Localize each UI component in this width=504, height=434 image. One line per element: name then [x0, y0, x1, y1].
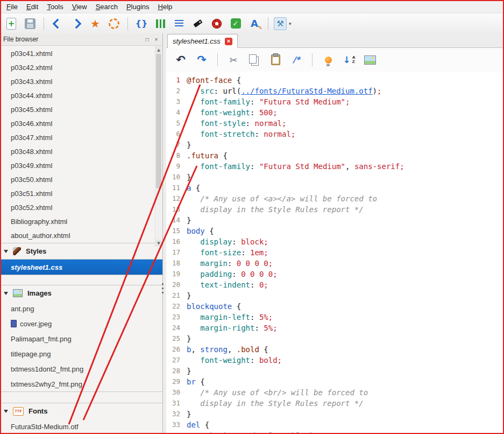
line-number: 19: [166, 269, 187, 279]
menu-plugins[interactable]: Plugins: [122, 1, 154, 12]
code-line: 28}: [166, 366, 504, 376]
file-item[interactable]: p03c50.xhtml: [0, 173, 162, 187]
line-number: 25: [166, 333, 187, 344]
epubcheck-button[interactable]: [209, 16, 225, 32]
code-line: 5 font-style: normal;: [166, 118, 504, 129]
file-item[interactable]: p03c42.xhtml: [0, 61, 162, 75]
insert-image-button[interactable]: [362, 52, 378, 68]
file-item[interactable]: ant.png: [0, 301, 162, 316]
menu-search[interactable]: Search: [91, 1, 122, 12]
forward-button[interactable]: [68, 16, 84, 32]
file-item[interactable]: p03c52.xhtml: [0, 201, 162, 215]
menu-view[interactable]: View: [68, 1, 91, 12]
spellcheck-a-icon: A: [251, 18, 258, 29]
code-line: 34 /*background-color: black;*/: [166, 430, 504, 434]
code-line: 27 font-weight: bold;: [166, 355, 504, 366]
code-text: body {: [187, 226, 214, 236]
file-item-label: Palimapart_fmt.png: [11, 335, 72, 343]
section-header-styles[interactable]: Styles: [0, 243, 162, 260]
clean-source-button[interactable]: [190, 16, 206, 32]
bookmark-button[interactable]: ★: [87, 16, 103, 32]
well-formed-check-button[interactable]: ✓: [228, 16, 244, 32]
mend-code-button[interactable]: {}: [133, 16, 150, 32]
code-text: font-family: "Futura Std Medium";: [187, 96, 350, 107]
code-line: 14}: [166, 215, 504, 226]
black-tag-icon: [193, 19, 202, 27]
menu-tools[interactable]: Tools: [42, 1, 67, 12]
file-item[interactable]: p03c48.xhtml: [0, 145, 162, 159]
float-panel-button[interactable]: □: [143, 36, 151, 44]
sort-letters: A Z: [352, 55, 356, 64]
file-item[interactable]: p03c43.xhtml: [0, 75, 162, 89]
scroll-up-button[interactable]: ▲: [155, 46, 162, 53]
file-item[interactable]: titlepage.png: [0, 346, 162, 361]
file-item[interactable]: p03c49.xhtml: [0, 159, 162, 173]
scroll-thumb[interactable]: [156, 54, 161, 188]
code-text: }: [187, 333, 191, 344]
file-item[interactable]: p03c41.xhtml: [0, 47, 162, 61]
editor-area: stylesheet1.css × ↶↷✂/*↓A Z 1@font-face …: [166, 33, 504, 434]
menu-edit[interactable]: Edit: [22, 1, 42, 12]
code-line: 24 margin-right: 5%;: [166, 323, 504, 333]
file-item[interactable]: p03c45.xhtml: [0, 103, 162, 117]
file-item[interactable]: Palimapart_fmt.png: [0, 331, 162, 346]
paintbrush-icon: [13, 247, 21, 255]
tools-button[interactable]: ⚒▾: [274, 16, 292, 32]
code-editor[interactable]: 1@font-face {2 src: url(../fonts/FuturaS…: [166, 72, 504, 434]
reformat-html-button[interactable]: [171, 16, 187, 32]
file-item[interactable]: Bibliography.xhtml: [0, 215, 162, 229]
code-line: 23 margin-left: 5%;: [166, 312, 504, 323]
file-item-label: FuturaStd-Medium.otf: [11, 423, 79, 431]
tab-close-icon[interactable]: ×: [225, 38, 232, 45]
line-number: 29: [166, 376, 187, 387]
redo-button[interactable]: ↷: [194, 52, 210, 68]
reports-button[interactable]: [152, 16, 168, 32]
tab-stylesheet1-css[interactable]: stylesheet1.css ×: [167, 34, 238, 48]
file-list-scrollbar[interactable]: ▲ ▼: [155, 46, 162, 247]
menu-help[interactable]: Help: [154, 1, 177, 12]
file-item[interactable]: p03c46.xhtml: [0, 117, 162, 131]
new-file-button[interactable]: +: [3, 16, 19, 32]
file-item[interactable]: p03c51.xhtml: [0, 187, 162, 201]
code-text: font-weight: bold;: [187, 355, 282, 366]
toolbar-separator: [268, 17, 268, 30]
close-panel-button[interactable]: ×: [152, 36, 160, 44]
back-button[interactable]: [49, 16, 66, 32]
file-browser-panel: File browser □ × p03c41.xhtmlp03c42.xhtm…: [0, 33, 163, 434]
spellcheck-button[interactable]: A: [246, 16, 262, 32]
code-line: 29br {: [166, 376, 504, 387]
file-item[interactable]: FuturaStd-Medium.otf: [0, 419, 162, 434]
section-header-fonts[interactable]: TTFFonts: [0, 403, 162, 419]
comment-icon: /*: [293, 55, 300, 65]
file-item[interactable]: txtmess2why2_fmt.png: [0, 376, 162, 391]
images-icon: [13, 289, 23, 297]
section-header-images[interactable]: Images: [0, 285, 162, 301]
file-item[interactable]: p03c47.xhtml: [0, 131, 162, 145]
new-file-icon: +: [6, 18, 16, 30]
undo-button[interactable]: ↶: [173, 52, 189, 68]
code-line: 22blockquote {: [166, 301, 504, 312]
file-item[interactable]: about_author.xhtml: [0, 229, 162, 243]
code-line: 21}: [166, 290, 504, 301]
scroll-down-button[interactable]: ▼: [155, 240, 162, 247]
file-item[interactable]: p03c44.xhtml: [0, 89, 162, 103]
section-label: Fonts: [29, 407, 47, 415]
panel-splitter-handle[interactable]: [160, 282, 165, 296]
line-number: 22: [166, 301, 187, 312]
save-button[interactable]: [22, 16, 38, 32]
sort-button[interactable]: ↓A Z: [341, 52, 357, 68]
tips-button[interactable]: [320, 52, 336, 68]
file-item[interactable]: stylesheet1.css: [0, 260, 162, 275]
code-text: a {: [187, 183, 200, 193]
paste-button[interactable]: [267, 52, 283, 68]
green-bars-icon: [156, 19, 165, 28]
code-text: display in the Style Rules report */: [187, 204, 364, 215]
line-number: 21: [166, 290, 187, 301]
file-item[interactable]: cover.jpeg: [0, 316, 162, 331]
file-item[interactable]: txtmess1dont2_fmt.png: [0, 361, 162, 376]
donut-check-button[interactable]: [106, 16, 122, 32]
cut-button[interactable]: ✂: [225, 52, 242, 68]
menu-file[interactable]: File: [2, 1, 22, 12]
copy-button[interactable]: [246, 52, 262, 68]
comment-button[interactable]: /*: [288, 52, 304, 68]
